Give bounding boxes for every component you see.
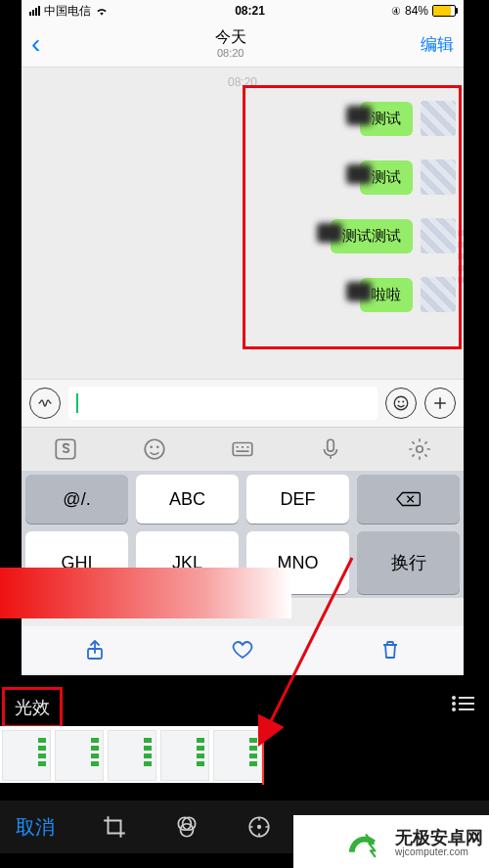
svg-point-9 (417, 446, 423, 453)
message-row: 测试 (360, 101, 456, 136)
avatar[interactable] (421, 218, 456, 253)
key-return[interactable]: 换行 (357, 531, 460, 594)
chat-timestamp: 08:20 (22, 75, 464, 89)
key-abc[interactable]: ABC (136, 475, 239, 524)
svg-rect-7 (233, 443, 252, 456)
timeline-thumb[interactable] (55, 730, 104, 781)
gear-icon[interactable] (407, 436, 432, 462)
watermark-icon (346, 827, 389, 860)
svg-point-5 (150, 446, 153, 449)
key-backspace[interactable] (357, 475, 460, 524)
pixelation-artifact (458, 224, 464, 283)
sogou-icon[interactable] (53, 436, 78, 462)
key-def[interactable]: DEF (246, 475, 349, 524)
svg-point-22 (257, 825, 261, 829)
status-bar: 中国电信 08:21 ④ 84% (22, 0, 464, 22)
edit-button[interactable]: 编辑 (421, 33, 454, 56)
timeline-filmstrip[interactable] (0, 726, 262, 783)
message-bubble[interactable]: 测试测试 (331, 219, 413, 253)
emoji-icon[interactable] (142, 436, 167, 462)
ime-toolbar (22, 427, 464, 471)
trash-icon[interactable] (378, 638, 402, 662)
svg-point-0 (394, 396, 408, 410)
svg-rect-12 (459, 697, 474, 699)
photo-action-bar (22, 626, 464, 673)
redaction-overlay (0, 568, 291, 618)
svg-rect-16 (459, 708, 474, 710)
watermark-name: 无极安卓网 (395, 829, 483, 847)
back-button[interactable]: ‹ (31, 28, 40, 60)
key-symbols[interactable]: @/. (25, 475, 128, 524)
keyboard-icon[interactable] (230, 436, 255, 462)
battery-icon (432, 5, 456, 17)
list-menu-icon[interactable] (450, 695, 475, 712)
share-icon[interactable] (83, 638, 107, 662)
clock: 08:21 (235, 4, 265, 18)
svg-point-11 (452, 696, 456, 700)
svg-point-1 (398, 401, 400, 403)
message-bubble[interactable]: 测试 (360, 160, 413, 195)
watermark-url: wjcomputer.com (395, 847, 483, 858)
message-row: 测试测试 (331, 218, 456, 253)
svg-point-2 (402, 401, 404, 403)
heart-icon[interactable] (231, 638, 254, 662)
chat-input-bar (22, 379, 464, 427)
svg-point-6 (156, 446, 159, 449)
adjust-icon[interactable] (246, 814, 272, 840)
effect-label[interactable]: 光效 (2, 687, 63, 728)
playhead[interactable] (262, 724, 264, 785)
plus-button[interactable] (424, 388, 456, 419)
title-main: 今天 (215, 28, 246, 46)
cancel-button[interactable]: 取消 (16, 814, 55, 841)
wifi-icon (95, 6, 109, 16)
message-row: 啦啦 (360, 277, 456, 312)
voice-input-button[interactable] (29, 388, 61, 419)
timeline-thumb[interactable] (213, 730, 262, 781)
emoji-button[interactable] (385, 388, 417, 419)
message-row: 测试 (360, 160, 456, 195)
filters-icon[interactable] (174, 814, 200, 840)
svg-point-13 (452, 702, 456, 706)
svg-point-15 (452, 708, 456, 711)
svg-rect-3 (56, 439, 75, 459)
svg-point-4 (145, 439, 164, 459)
title-sub: 08:20 (215, 47, 246, 60)
timeline-thumb[interactable] (160, 730, 209, 781)
crop-icon[interactable] (102, 814, 127, 840)
message-bubble[interactable]: 啦啦 (360, 278, 413, 312)
chat-area: 08:20 测试 测试 测试测试 啦啦 (22, 68, 464, 379)
nav-bar: ‹ 今天 08:20 编辑 (22, 22, 464, 68)
message-input[interactable] (68, 387, 378, 420)
carrier-label: 中国电信 (44, 3, 91, 20)
avatar[interactable] (421, 277, 456, 312)
svg-rect-8 (328, 439, 334, 451)
avatar[interactable] (421, 101, 456, 136)
timeline-thumb[interactable] (108, 730, 156, 781)
avatar[interactable] (421, 160, 456, 195)
battery-pct: 84% (405, 4, 428, 18)
timeline-thumb[interactable] (2, 730, 51, 781)
page-title: 今天 08:20 (215, 28, 246, 59)
svg-rect-14 (459, 703, 474, 705)
message-bubble[interactable]: 测试 (360, 102, 413, 136)
mic-icon[interactable] (318, 436, 343, 462)
signal-icon (29, 6, 40, 16)
watermark: 无极安卓网 wjcomputer.com (346, 827, 483, 860)
